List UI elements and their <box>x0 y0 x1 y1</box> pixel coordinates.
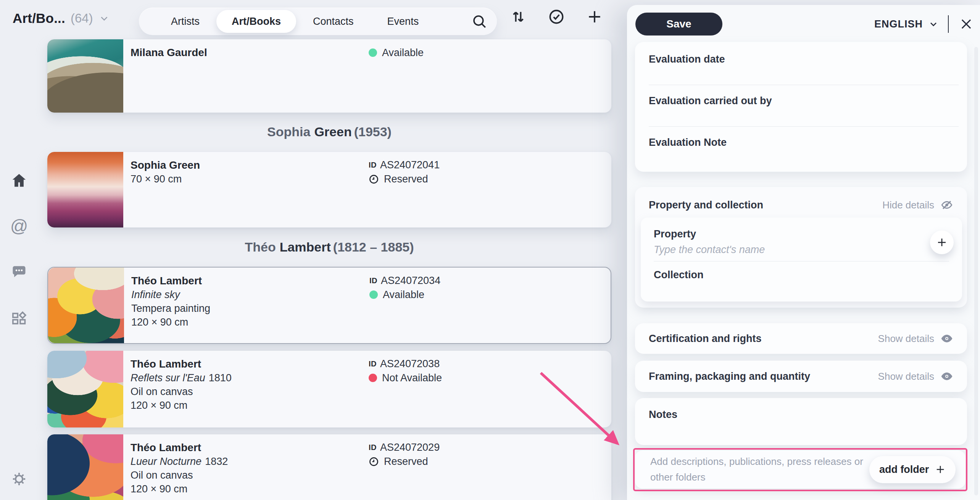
select-check-icon[interactable] <box>548 8 565 25</box>
item-count: (64) <box>71 11 93 26</box>
page-title: Art/Bo... <box>13 11 65 26</box>
artwork-medium: Tempera painting <box>131 302 369 315</box>
status-badge: Available <box>369 46 611 60</box>
evaluation-note-field[interactable]: Evaluation Note <box>649 127 959 168</box>
plus-icon <box>936 237 948 248</box>
close-icon[interactable] <box>958 16 975 32</box>
messages-icon[interactable] <box>11 263 27 280</box>
eye-off-icon <box>940 198 953 211</box>
artwork-card[interactable]: Milana Gaurdel Available <box>47 39 611 113</box>
eye-icon <box>940 370 953 383</box>
search-icon[interactable] <box>469 11 490 32</box>
evaluation-card: Evaluation date Evaluation carried out b… <box>635 42 967 172</box>
artwork-medium: Oil on canvas <box>131 468 369 482</box>
evaluation-carried-out-by-field[interactable]: Evaluation carried out by <box>649 85 959 127</box>
section-title: Property and collection <box>649 198 763 211</box>
artwork-dimensions: 120 × 90 cm <box>131 315 369 329</box>
tab-art-books[interactable]: Art/Books <box>216 10 296 33</box>
property-inner-card: Property Type the contact's name Collect… <box>641 218 962 302</box>
evaluation-date-field[interactable]: Evaluation date <box>649 44 959 85</box>
reserved-clock-icon <box>369 456 379 467</box>
language-selector[interactable]: ENGLISH <box>874 18 939 30</box>
artwork-list: Milana Gaurdel Available SophiaGreen(195… <box>47 39 611 500</box>
save-button[interactable]: Save <box>635 13 722 35</box>
notes-section[interactable]: Notes <box>635 398 967 445</box>
show-details-toggle[interactable]: Show details <box>878 370 953 383</box>
add-icon[interactable] <box>586 8 603 25</box>
status-badge: Reserved <box>369 455 611 468</box>
artwork-card[interactable]: Sophia Green 70 × 90 cm IDAS24072041 Res… <box>47 152 611 227</box>
artwork-dimensions: 120 × 90 cm <box>131 482 369 496</box>
artist-name: Milana Gaurdel <box>131 45 369 60</box>
artwork-medium: Oil on canvas <box>131 385 369 398</box>
status-dot-available <box>369 290 378 299</box>
tab-events[interactable]: Events <box>371 10 436 33</box>
artwork-dimensions: 120 × 90 cm <box>131 398 369 412</box>
add-property-button[interactable] <box>930 231 954 254</box>
collection-label: Collection <box>654 268 954 281</box>
header-actions <box>510 8 603 25</box>
apps-grid-icon[interactable] <box>11 310 27 327</box>
settings-gear-icon[interactable] <box>11 471 27 487</box>
field-divider <box>654 261 949 261</box>
collection-title-dropdown[interactable]: Art/Bo... (64) <box>13 11 110 26</box>
framing-section: Framing, packaging and quantity Show det… <box>635 361 967 392</box>
eye-icon <box>940 332 953 345</box>
artwork-card[interactable]: Théo Lambert Reflets sur l'Eau1810 Oil o… <box>47 351 611 427</box>
property-label: Property <box>654 227 954 240</box>
artwork-title: Reflets sur l'Eau1810 <box>131 371 369 385</box>
status-badge: Reserved <box>369 172 611 186</box>
sidebar: @ <box>0 0 38 500</box>
artwork-thumbnail <box>47 434 123 500</box>
add-folder-button[interactable]: add folder <box>869 456 956 483</box>
tab-artists[interactable]: Artists <box>154 10 216 33</box>
add-folder-description: Add descriptions, publications, press re… <box>650 454 869 485</box>
chevron-down-icon <box>928 19 939 29</box>
mentions-icon[interactable]: @ <box>11 218 27 234</box>
artwork-id: IDAS24072034 <box>369 274 611 288</box>
tabbar: Artists Art/Books Contacts Events <box>139 8 497 35</box>
show-details-toggle[interactable]: Show details <box>878 332 953 345</box>
artwork-thumbnail <box>47 39 123 113</box>
detail-panel: Save ENGLISH Evaluation date Evaluation … <box>627 5 980 500</box>
artist-name: Théo Lambert <box>131 357 369 371</box>
artwork-thumbnail <box>48 268 124 343</box>
status-badge: Not Available <box>369 371 611 385</box>
artwork-thumbnail <box>47 351 123 427</box>
reserved-clock-icon <box>369 174 379 184</box>
artwork-id: IDAS24072038 <box>369 357 611 371</box>
property-collection-section: Property and collection Hide details Pro… <box>635 187 967 308</box>
app-screen: @ Art/Bo... (64) Artists Art/Books Conta… <box>0 0 980 500</box>
sort-icon[interactable] <box>510 8 527 25</box>
certification-section: Certification and rights Show details <box>635 323 967 354</box>
plus-icon <box>935 464 946 475</box>
panel-header: Save ENGLISH <box>627 5 980 43</box>
artwork-title: Infinite sky <box>131 288 369 302</box>
main-header: Art/Bo... (64) Artists Art/Books Contact… <box>0 0 627 38</box>
home-icon[interactable] <box>11 172 27 189</box>
header-divider <box>948 15 949 33</box>
artwork-title: Lueur Nocturne1832 <box>131 455 369 468</box>
property-input[interactable]: Type the contact's name <box>654 241 954 258</box>
chevron-down-icon <box>98 13 110 24</box>
artwork-card-selected[interactable]: Théo Lambert Infinite sky Tempera painti… <box>47 267 611 344</box>
status-dot-available <box>369 48 377 57</box>
artwork-id: IDAS24072029 <box>369 440 611 455</box>
artwork-dimensions: 70 × 90 cm <box>131 172 369 186</box>
artwork-card[interactable]: Théo Lambert Lueur Nocturne1832 Oil on c… <box>47 434 611 500</box>
artist-group-heading: ThéoLambert(1812 – 1885) <box>47 238 611 256</box>
artist-name: Théo Lambert <box>131 274 369 288</box>
artist-group-heading: SophiaGreen(1953) <box>47 123 611 141</box>
tab-contacts[interactable]: Contacts <box>296 10 371 33</box>
artist-name: Théo Lambert <box>131 440 369 455</box>
artist-name: Sophia Green <box>131 158 369 172</box>
status-badge: Available <box>369 288 611 302</box>
artwork-id: IDAS24072041 <box>369 158 611 172</box>
hide-details-toggle[interactable]: Hide details <box>882 198 953 211</box>
panel-scrollbar[interactable] <box>974 47 978 495</box>
status-dot-not-available <box>369 374 377 382</box>
add-folder-row: Add descriptions, publications, press re… <box>635 450 965 489</box>
artwork-thumbnail <box>47 152 123 227</box>
